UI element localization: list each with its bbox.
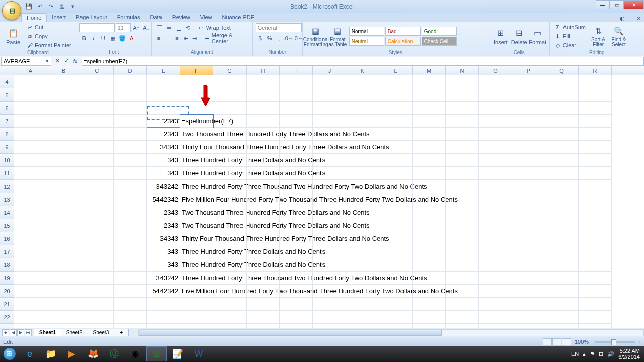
view-layout-button[interactable]: [552, 338, 561, 345]
spreadsheet-grid[interactable]: ABCDEFGHIJKLMNOPQR 45672343=spellnumber(…: [0, 66, 644, 328]
cell[interactable]: [114, 298, 147, 311]
tray-chevron-icon[interactable]: ▴: [583, 351, 586, 357]
row-header[interactable]: 14: [0, 206, 14, 219]
cell[interactable]: [446, 102, 479, 115]
tray-flag-icon[interactable]: ⚑: [590, 351, 595, 357]
sheet-tab[interactable]: Sheet1: [34, 329, 61, 336]
font-name-combo[interactable]: [79, 23, 115, 32]
cell[interactable]: [80, 258, 114, 272]
cell[interactable]: [379, 206, 413, 219]
cell[interactable]: Five Million Four Hundred Forty Two Thou…: [180, 285, 213, 298]
cell[interactable]: [47, 232, 80, 245]
cell[interactable]: [247, 102, 280, 115]
cell[interactable]: [14, 232, 47, 245]
cell[interactable]: [147, 298, 180, 311]
cell[interactable]: [147, 324, 180, 328]
cell[interactable]: [114, 154, 147, 167]
cell[interactable]: [80, 154, 114, 167]
taskbar-word-icon[interactable]: W: [189, 346, 209, 361]
cell[interactable]: [80, 219, 114, 232]
cell[interactable]: [313, 102, 346, 115]
style-normal[interactable]: Normal: [349, 27, 384, 36]
cell[interactable]: [14, 141, 47, 154]
cell[interactable]: [313, 324, 346, 328]
cell[interactable]: [114, 88, 147, 102]
cell[interactable]: [413, 115, 446, 128]
cell[interactable]: [280, 324, 313, 328]
cell[interactable]: [47, 219, 80, 232]
cell[interactable]: [47, 285, 80, 298]
currency-button[interactable]: $: [256, 34, 265, 43]
cell[interactable]: [579, 311, 612, 324]
cell[interactable]: [379, 245, 413, 258]
tab-formulas[interactable]: Formulas: [112, 13, 145, 22]
cell[interactable]: [545, 311, 579, 324]
cell[interactable]: Two Thousand Three Hundred Forty Three D…: [180, 219, 213, 232]
cell[interactable]: [247, 219, 280, 232]
cell[interactable]: [446, 258, 479, 272]
row-header[interactable]: 7: [0, 115, 14, 128]
fill-button[interactable]: ⬇Fill: [553, 32, 587, 40]
cell[interactable]: [114, 232, 147, 245]
column-header[interactable]: P: [512, 66, 545, 75]
cell[interactable]: Three Hundred Forty Three Dollars and No…: [180, 154, 213, 167]
cell[interactable]: [114, 285, 147, 298]
indent-inc-button[interactable]: ⇥: [190, 34, 199, 43]
sheet-nav-last[interactable]: ⏭: [25, 329, 32, 336]
cell[interactable]: [512, 258, 545, 272]
cell[interactable]: [213, 285, 247, 298]
cell[interactable]: [579, 128, 612, 141]
cell[interactable]: [80, 193, 114, 206]
cell[interactable]: [379, 272, 413, 285]
cell[interactable]: [180, 311, 213, 324]
cell[interactable]: [579, 245, 612, 258]
cell[interactable]: 343242: [147, 180, 180, 193]
cell[interactable]: [14, 88, 47, 102]
cell[interactable]: [479, 324, 512, 328]
accept-formula-button[interactable]: ✓: [62, 57, 70, 65]
column-header[interactable]: O: [479, 66, 512, 75]
cell[interactable]: [545, 258, 579, 272]
cell[interactable]: [313, 115, 346, 128]
cell[interactable]: [579, 232, 612, 245]
cell[interactable]: [346, 128, 379, 141]
row-header[interactable]: 10: [0, 154, 14, 167]
cell[interactable]: [247, 245, 280, 258]
number-format-combo[interactable]: General: [256, 23, 302, 32]
cell[interactable]: [346, 115, 379, 128]
cell[interactable]: [512, 232, 545, 245]
cell[interactable]: [247, 206, 280, 219]
cell[interactable]: [479, 180, 512, 193]
cell[interactable]: [47, 206, 80, 219]
cell[interactable]: [80, 115, 114, 128]
cell[interactable]: [280, 88, 313, 102]
cell[interactable]: [446, 298, 479, 311]
cell[interactable]: [512, 141, 545, 154]
cell[interactable]: [247, 258, 280, 272]
column-header[interactable]: B: [47, 66, 80, 75]
cell[interactable]: [47, 180, 80, 193]
minimize-ribbon-icon[interactable]: —: [628, 15, 633, 22]
cell[interactable]: [47, 298, 80, 311]
cell[interactable]: [579, 193, 612, 206]
cell[interactable]: [346, 232, 379, 245]
row-header[interactable]: 13: [0, 193, 14, 206]
cell[interactable]: [413, 193, 446, 206]
cell[interactable]: 5442342: [147, 193, 180, 206]
cell[interactable]: [114, 272, 147, 285]
column-header[interactable]: G: [213, 66, 247, 75]
cell[interactable]: [80, 324, 114, 328]
tray-volume-icon[interactable]: 🔊: [607, 351, 614, 357]
formula-input[interactable]: =spellnumber(E7): [82, 57, 644, 66]
cell[interactable]: [512, 75, 545, 88]
cell[interactable]: [579, 180, 612, 193]
cell[interactable]: [14, 193, 47, 206]
column-header[interactable]: L: [379, 66, 413, 75]
cell[interactable]: [280, 128, 313, 141]
cell[interactable]: [579, 285, 612, 298]
cell[interactable]: [545, 219, 579, 232]
cell[interactable]: [579, 141, 612, 154]
cell[interactable]: [379, 285, 413, 298]
cell[interactable]: [479, 75, 512, 88]
cell[interactable]: [346, 298, 379, 311]
